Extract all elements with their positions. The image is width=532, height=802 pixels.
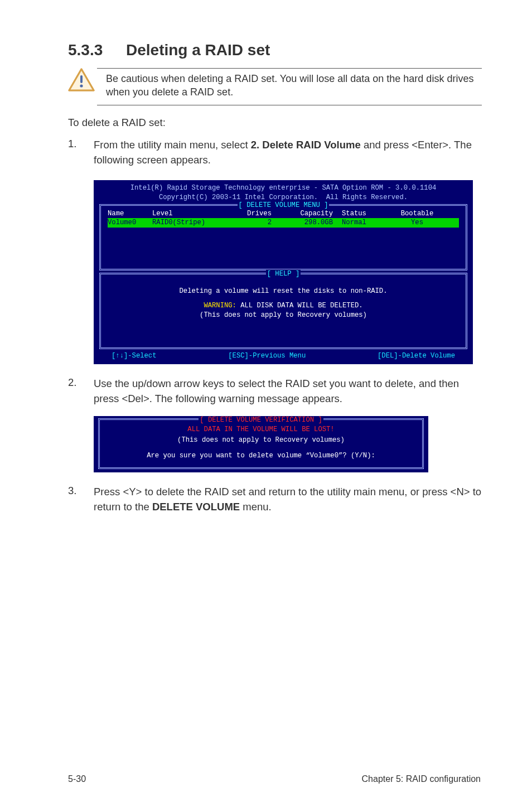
bios-screen-verification: [ DELETE VOLUME VERIFICATION ] ALL DATA … xyxy=(94,416,428,472)
step-text: Use the up/down arrow keys to select the… xyxy=(94,376,482,407)
th-level: Level xyxy=(152,209,236,218)
verification-title-text: [ DELETE VOLUME VERIFICATION ] xyxy=(199,416,323,424)
bios-header-1: Intel(R) Rapid Storage Technology enterp… xyxy=(99,183,467,192)
help-warning-text: ALL DISK DATA WILL BE DELETED. xyxy=(236,302,363,310)
caution-note: Be cautious when deleting a RAID set. Yo… xyxy=(68,68,482,105)
step-3-bold: DELETE VOLUME xyxy=(152,501,240,513)
section-number: 5.3.3 xyxy=(68,41,126,59)
bios-screen-delete-menu: Intel(R) Rapid Storage Technology enterp… xyxy=(94,180,473,364)
th-drives: Drives xyxy=(236,209,280,218)
page-footer: 5-30 Chapter 5: RAID configuration xyxy=(0,774,532,784)
th-capacity: Capacity xyxy=(280,209,342,218)
bios-footer: [↑↓]-Select [ESC]-Previous Menu [DEL]-De… xyxy=(99,349,467,360)
td-level: RAID0(Stripe) xyxy=(152,218,236,227)
step-1-bold: 2. Delete RAID Volume xyxy=(251,139,361,151)
td-drives: 2 xyxy=(236,218,280,227)
box-title: [ DELETE VOLUME MENU ] xyxy=(101,201,466,210)
step-2: 2. Use the up/down arrow keys to select … xyxy=(68,376,482,407)
help-warning-label: WARNING: xyxy=(204,302,236,310)
step-1: 1. From the utility main menu, select 2.… xyxy=(68,138,482,168)
box-title-text: [ DELETE VOLUME MENU ] xyxy=(238,201,330,209)
svg-point-1 xyxy=(80,84,83,87)
delete-volume-menu-box: [ DELETE VOLUME MENU ] Name Level Drives… xyxy=(99,204,467,270)
verification-line-2: (This does not apply to Recovery volumes… xyxy=(107,435,415,445)
footer-select: [↑↓]-Select xyxy=(112,351,156,360)
help-line-3: (This does not apply to Recovery volumes… xyxy=(108,311,459,320)
verification-line-1: ALL DATA IN THE VOLUME WILL BE LOST! xyxy=(107,424,415,434)
step-number: 1. xyxy=(68,138,94,168)
verification-title: [ DELETE VOLUME VERIFICATION ] xyxy=(100,415,422,425)
footer-delete: [DEL]-Delete Volume xyxy=(378,351,455,360)
td-capacity: 298.0GB xyxy=(280,218,342,227)
step-text: Press <Y> to delete the RAID set and ret… xyxy=(94,485,482,515)
help-line-1: Deleting a volume will reset the disks t… xyxy=(108,287,459,296)
section-title: Deleting a RAID set xyxy=(126,41,270,59)
svg-rect-0 xyxy=(80,75,83,83)
step-3-post: menu. xyxy=(240,501,272,513)
caution-text: Be cautious when deleting a RAID set. Yo… xyxy=(97,68,482,105)
section-heading: 5.3.3Deleting a RAID set xyxy=(68,41,482,59)
help-line-2: WARNING: ALL DISK DATA WILL BE DELETED. xyxy=(108,301,459,310)
page-number: 5-30 xyxy=(68,774,86,784)
table-header-row: Name Level Drives Capacity Status Bootab… xyxy=(108,209,459,218)
step-3: 3. Press <Y> to delete the RAID set and … xyxy=(68,485,482,515)
step-number: 3. xyxy=(68,485,94,515)
table-row-selected: Volume0 RAID0(Stripe) 2 298.0GB Normal Y… xyxy=(108,218,459,227)
td-status: Normal xyxy=(342,218,392,227)
verification-line-3: Are you sure you want to delete volume “… xyxy=(107,451,415,461)
td-bootable: Yes xyxy=(392,218,442,227)
chapter-label: Chapter 5: RAID configuration xyxy=(362,774,481,784)
step-1-pre: From the utility main menu, select xyxy=(94,139,251,151)
verification-box: [ DELETE VOLUME VERIFICATION ] ALL DATA … xyxy=(98,418,424,469)
th-bootable: Bootable xyxy=(392,209,442,218)
th-status: Status xyxy=(342,209,392,218)
footer-prev: [ESC]-Previous Menu xyxy=(228,351,306,360)
lead-text: To delete a RAID set: xyxy=(68,115,482,131)
help-box: [ HELP ] Deleting a volume will reset th… xyxy=(99,273,467,349)
help-title-text: [ HELP ] xyxy=(266,270,301,278)
step-text: From the utility main menu, select 2. De… xyxy=(94,138,482,168)
step-number: 2. xyxy=(68,376,94,407)
help-title: [ HELP ] xyxy=(101,269,466,278)
td-name: Volume0 xyxy=(108,218,152,227)
th-name: Name xyxy=(108,209,152,218)
caution-icon xyxy=(68,68,97,95)
